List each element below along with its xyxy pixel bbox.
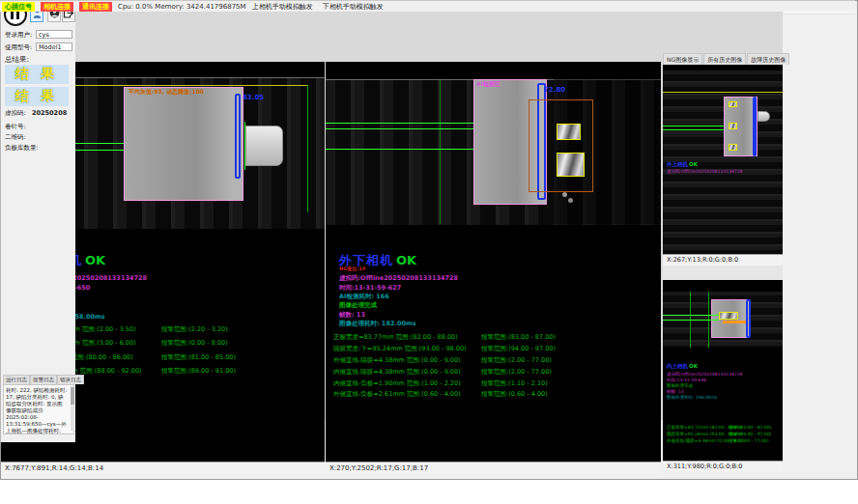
alarm-range: 报警范围:(81.00 - 85.00) [161, 353, 236, 362]
ai-elapsed: AI检测耗时: 166 [339, 293, 389, 301]
login-user-field[interactable]: cys [36, 30, 72, 39]
measurement-row: 外侧直线-隔膜=4.38mm 范围:(0.00 - 9.00) 报警范围:(2.… [333, 356, 658, 368]
history-view-top[interactable]: 外上相机OK 虚拟码:Offline20250208133134728 [663, 65, 783, 254]
view2-elapsed: 图像处理耗时: 196.00ms [667, 395, 717, 400]
manual-trigger-link[interactable]: 上相机手动模拟触发 [252, 2, 313, 12]
history-view-bottom[interactable]: 内上相机OK 虚拟码:Offline20250208133134728 时间:1… [663, 280, 783, 461]
camera-mid-canvas[interactable]: AI检测区 72.80 外下相机OK NG复位:10 虚拟码:Offline20… [326, 62, 661, 462]
defect-box-1 [557, 124, 581, 140]
control-panel: 登录用户: cys 使用型号: Model1 总结果: 结 果 结 果 虚拟码:… [0, 0, 75, 442]
defect-box-3 [729, 144, 737, 151]
view-gap [663, 266, 783, 280]
measurement-value: 正极宽度=83.77mm 范围:(82.00 - 88.00) [333, 333, 458, 342]
measurement-row: 隔膜宽度-下=95.24mm 范围:(93.00 - 98.00) 报警范围:(… [333, 345, 658, 356]
log-tab[interactable]: 错误日志 [57, 375, 84, 384]
anode-count-label: 负极库数量: [5, 144, 39, 153]
log-tabs: 运行日志报警日志错误日志 [3, 375, 84, 384]
coords-view1: X:267;Y:13;R:0;G:0;B:0 [663, 254, 783, 266]
coords-view2: X:311;Y:980;R:0;G:0;B:0 [663, 461, 783, 472]
winder-pin-label: 卷针号: [5, 123, 26, 131]
history-view-column: NG图像显示所有历史图像故障历史图像 外上相机OK 虚拟码:Offline202… [663, 53, 783, 472]
view2-code: 虚拟码:Offline20250208133134728 [667, 372, 742, 377]
measurement-value: 隔膜宽度-下=95.24mm 范围:(93.00 - 98.00) [333, 345, 467, 353]
alarm-range: 报警:(83.00 - 87.00) [729, 425, 771, 430]
log-output: 耗时: 222, 缺陷检测耗时: 17, 缺陷分类耗时: 0, 缺陷提取分区耗时… [3, 384, 74, 434]
history-tab[interactable]: NG图像显示 [663, 53, 702, 65]
defect-box-1 [729, 101, 737, 107]
history-tab[interactable]: 所有历史图像 [703, 53, 746, 65]
view2-result: OK [689, 363, 698, 369]
manual-trigger-link[interactable]: 下相机手动模拟触发 [323, 2, 384, 12]
qr-code-label: 二维码: [5, 133, 26, 142]
camera-left-result: OK [85, 253, 105, 267]
frame-count: 帧数: 13 [339, 311, 365, 320]
measurement-row: 正极宽度=83.77mm 范围:(82.00 - 88.00) 报警范围:(83… [333, 333, 658, 345]
cpu-memory-status: Cpu: 0.0% Memory: 3424.41796875M [118, 3, 246, 11]
trigger-links: 上相机手动模拟触发下相机手动模拟触发 [252, 2, 384, 12]
measurement-row: 内侧直线-负极=1.90mm 范围:(1.00 - 2.20) 报警范围:(1.… [333, 379, 658, 391]
log-tab[interactable]: 报警日志 [30, 375, 57, 384]
width-value-label: 72.80 [544, 86, 565, 94]
width-measure-box [235, 94, 241, 179]
bolt-dot-2 [568, 198, 573, 203]
view2-camera-name: 内上相机 [667, 363, 688, 369]
alarm-range: 报警范围:(2.00 - 77.00) [481, 356, 552, 365]
measurement-list: 正极宽度=83.77mm 范围:(82.00 - 88.00) 报警范围:(83… [333, 333, 658, 402]
electrode-region [124, 87, 243, 201]
baseline-yellow [663, 92, 783, 93]
virtual-code-label: 虚拟码: [5, 109, 26, 118]
history-tabs: NG图像显示所有历史图像故障历史图像 [663, 53, 783, 65]
line-h2 [663, 129, 724, 130]
alarm-range: 报警:(94.00 - 97.00) [729, 432, 771, 436]
comm-link-badge: 通讯连接 [79, 2, 112, 12]
defect-box-2 [557, 153, 585, 177]
camera-mid-result: OK [396, 253, 416, 267]
view1-title: 外上相机OK [667, 161, 698, 168]
measure-box [753, 97, 757, 156]
tab-object [758, 111, 770, 122]
view2-frames: 帧数: 13 [667, 389, 684, 394]
defect-box-2 [729, 123, 737, 129]
virtual-code-value: 20250208 [32, 109, 67, 117]
view2-title: 内上相机OK [667, 363, 698, 370]
log-tab[interactable]: 运行日志 [3, 375, 30, 384]
defect-search-box [529, 99, 593, 192]
scrollbar-thumb[interactable] [71, 387, 74, 405]
camera-link-badge: 相机连接 [41, 2, 73, 12]
capture-time: 时间:13-31-59-627 [339, 284, 401, 293]
virtual-code: 虚拟码:Offline20250208133134728 [339, 274, 458, 283]
view1-result: OK [689, 161, 698, 167]
log-scrollbar[interactable] [71, 386, 74, 431]
alarm-range: 报警范围:(94.00 - 97.00) [481, 345, 556, 353]
defect-streak [723, 321, 746, 323]
view2-done: 图像处理完成 [667, 383, 693, 388]
width-value-label: 83.05 [243, 94, 264, 101]
measurement-value: 内侧直线-负极=1.90mm 范围:(1.00 - 2.20) [333, 379, 461, 388]
process-done: 图像处理完成 [339, 301, 377, 310]
measure-box [746, 299, 751, 338]
tab-object [245, 126, 283, 166]
result-display-2: 结 果 [5, 87, 69, 106]
view1-code: 虚拟码:Offline20250208133134728 [667, 169, 742, 174]
alarm-range: 报警范围:(1.10 - 2.10) [481, 379, 548, 388]
view1-camera-name: 外上相机 [667, 161, 688, 167]
history-tab[interactable]: 故障历史图像 [747, 53, 789, 65]
bolt-dot-1 [562, 192, 567, 197]
view2-time: 时间:13-31-59-646 [667, 378, 706, 382]
measurement-row: 外侧直线-隔膜=4.38mm (0.00 - 9.00) 报警:(2.00 - … [667, 438, 781, 445]
measure-line-h1 [326, 123, 473, 124]
result-display-1: 结 果 [5, 65, 69, 84]
status-bar: 心跳信号 相机连接 通讯连接 Cpu: 0.0% Memory: 3424.41… [0, 0, 855, 12]
alarm-range: 报警范围:(2.00 - 77.00) [481, 368, 552, 377]
measure-line-h2 [326, 128, 473, 129]
measurement-value: 内侧直线-隔膜=4.38mm 范围:(0.00 - 9.00) [333, 368, 461, 377]
defect-highlight [719, 312, 738, 320]
heartbeat-badge: 心跳信号 [2, 2, 35, 12]
process-elapsed: 图像处理耗时: 182.00ms [339, 320, 416, 328]
model-field[interactable]: Model1 [36, 42, 72, 51]
ng-flag: NG复位:10 [339, 266, 365, 271]
edge-line-right [307, 85, 308, 212]
coords-mid: X:270;Y:2502;R:17;G:17;B:17 [326, 462, 661, 474]
measurement-row: 外侧直线-负极=2.61mm 范围:(0.60 - 4.00) 报警范围:(0.… [333, 390, 658, 402]
model-label: 使用型号: [5, 43, 32, 52]
